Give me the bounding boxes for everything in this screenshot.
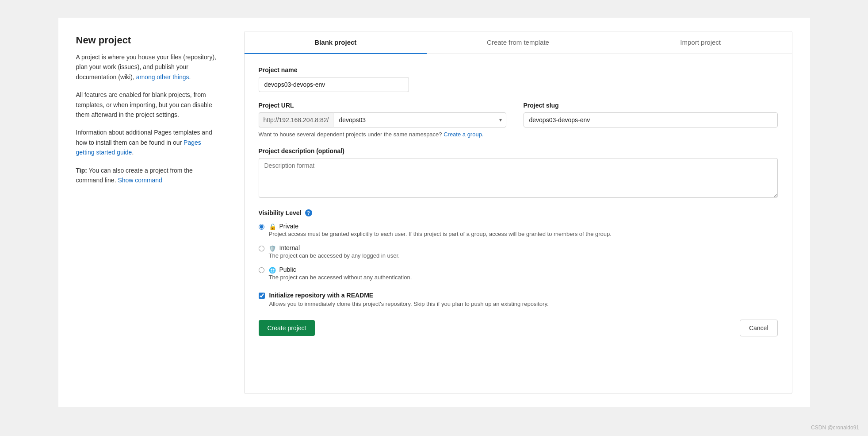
visibility-internal-radio[interactable] bbox=[259, 246, 264, 251]
sidebar-para1: A project is where you house your files … bbox=[76, 52, 218, 82]
main-content: Blank project Create from template Impor… bbox=[244, 31, 792, 394]
readme-label: Initialize repository with a README bbox=[269, 292, 374, 299]
visibility-internal-option: Internal The project can be accessed by … bbox=[259, 244, 778, 259]
visibility-public-label: Public The project can be accessed witho… bbox=[269, 266, 412, 281]
visibility-internal-desc: The project can be accessed by any logge… bbox=[269, 252, 400, 259]
visibility-private-option: Private Project access must be granted e… bbox=[259, 223, 778, 237]
visibility-internal-label: Internal The project can be accessed by … bbox=[269, 244, 400, 259]
create-project-button[interactable]: Create project bbox=[259, 320, 315, 336]
sidebar-para2: All features are enabled for blank proje… bbox=[76, 90, 218, 120]
sidebar-para3: Information about additional Pages templ… bbox=[76, 127, 218, 157]
visibility-title: Visibility Level bbox=[259, 209, 302, 216]
create-group-link[interactable]: Create a group. bbox=[444, 131, 483, 138]
visibility-label-row: Visibility Level ? bbox=[259, 209, 778, 216]
sidebar: New project A project is where you house… bbox=[76, 31, 218, 394]
url-namespace-wrapper: devops03 ▾ bbox=[333, 112, 506, 127]
show-command-link[interactable]: Show command bbox=[118, 177, 162, 184]
url-slug-row: Project URL http://192.168.204.8:82/ dev… bbox=[259, 102, 778, 138]
visibility-public-desc: The project can be accessed without any … bbox=[269, 274, 412, 281]
url-hint: Want to house several dependent projects… bbox=[259, 131, 513, 138]
project-name-label: Project name bbox=[259, 66, 778, 73]
form-actions: Create project Cancel bbox=[259, 320, 778, 336]
tabs-container: Blank project Create from template Impor… bbox=[245, 31, 792, 54]
globe-icon bbox=[269, 266, 276, 273]
sidebar-tip: Tip: You can also create a project from … bbox=[76, 166, 218, 185]
tab-import-project[interactable]: Import project bbox=[609, 31, 792, 54]
page-container: New project A project is where you house… bbox=[58, 18, 810, 407]
project-url-label: Project URL bbox=[259, 102, 513, 109]
visibility-private-radio[interactable] bbox=[259, 224, 264, 230]
project-name-group: Project name bbox=[259, 66, 778, 92]
url-row: http://192.168.204.8:82/ devops03 ▾ bbox=[259, 112, 506, 127]
visibility-group: Visibility Level ? Private Project acces… bbox=[259, 209, 778, 281]
page-title: New project bbox=[76, 35, 218, 46]
visibility-private-desc: Project access must be granted explicitl… bbox=[269, 231, 612, 237]
cancel-button[interactable]: Cancel bbox=[740, 320, 778, 336]
project-name-input[interactable] bbox=[259, 77, 409, 92]
project-description-group: Project description (optional) bbox=[259, 147, 778, 200]
readme-section: Initialize repository with a README Allo… bbox=[259, 291, 778, 307]
project-slug-group: Project slug bbox=[524, 102, 778, 138]
readme-checkbox[interactable] bbox=[259, 293, 265, 299]
tab-blank-project[interactable]: Blank project bbox=[245, 31, 427, 54]
tab-create-from-template[interactable]: Create from template bbox=[427, 31, 609, 54]
visibility-radio-group: Private Project access must be granted e… bbox=[259, 223, 778, 281]
help-icon[interactable]: ? bbox=[305, 209, 312, 216]
project-url-group: Project URL http://192.168.204.8:82/ dev… bbox=[259, 102, 513, 138]
url-namespace-select[interactable]: devops03 bbox=[333, 112, 506, 127]
visibility-internal-title: Internal bbox=[279, 244, 300, 251]
readme-option: Initialize repository with a README Allo… bbox=[259, 291, 778, 307]
visibility-public-title: Public bbox=[279, 266, 296, 273]
project-description-label: Project description (optional) bbox=[259, 147, 778, 154]
visibility-public-radio[interactable] bbox=[259, 267, 264, 273]
lock-icon bbox=[269, 223, 276, 230]
visibility-public-option: Public The project can be accessed witho… bbox=[259, 266, 778, 281]
form-area: Project name Project URL http://192.168.… bbox=[245, 54, 792, 351]
among-other-things-link[interactable]: among other things bbox=[136, 73, 189, 81]
url-prefix: http://192.168.204.8:82/ bbox=[259, 112, 333, 127]
project-slug-input[interactable] bbox=[524, 112, 778, 127]
visibility-private-title: Private bbox=[279, 223, 299, 230]
project-description-textarea[interactable] bbox=[259, 158, 778, 198]
project-slug-label: Project slug bbox=[524, 102, 778, 109]
shield-icon bbox=[269, 244, 276, 251]
visibility-private-label: Private Project access must be granted e… bbox=[269, 223, 612, 237]
watermark: CSDN @cronaldo91 bbox=[811, 424, 859, 431]
readme-desc: Allows you to immediately clone this pro… bbox=[269, 301, 549, 307]
